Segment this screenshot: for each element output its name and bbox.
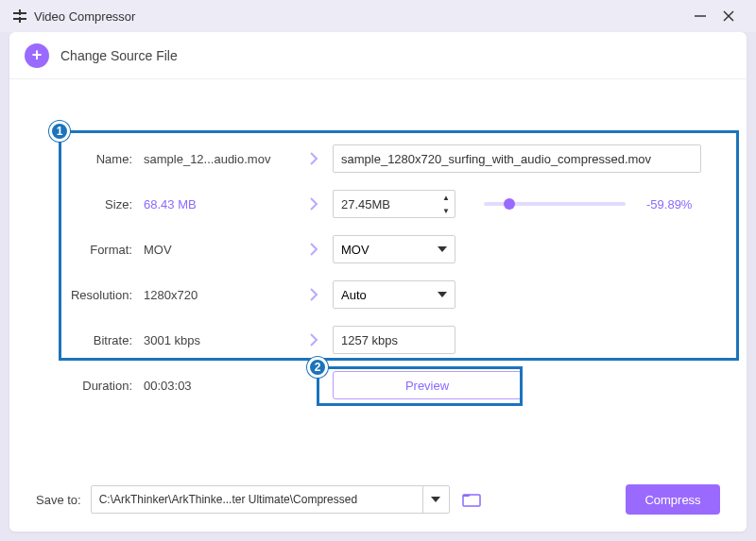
svg-rect-3	[19, 17, 21, 23]
app-icon	[13, 9, 26, 23]
save-path-select[interactable]: C:\ArkThinker\ArkThinke...ter Ultimate\C…	[91, 485, 450, 514]
footer: Save to: C:\ArkThinker\ArkThinke...ter U…	[36, 484, 720, 515]
card-header: + Change Source File	[9, 32, 747, 79]
size-increase-button[interactable]: ▲	[438, 191, 455, 204]
svg-marker-9	[431, 497, 440, 502]
source-duration: 00:03:03	[144, 379, 295, 393]
svg-marker-8	[438, 292, 447, 297]
svg-rect-2	[19, 9, 21, 15]
main-card: + Change Source File 1 2 Name: sample_12…	[9, 32, 747, 532]
open-folder-button[interactable]	[459, 487, 484, 512]
compress-button[interactable]: Compress	[626, 484, 720, 515]
change-source-button[interactable]: Change Source File	[60, 48, 178, 63]
resolution-select[interactable]: Auto	[333, 280, 455, 309]
save-path-text: C:\ArkThinker\ArkThinke...ter Ultimate\C…	[92, 493, 422, 506]
chevron-down-icon	[438, 292, 447, 297]
format-select[interactable]: MOV	[333, 235, 455, 263]
close-button[interactable]	[714, 2, 743, 30]
label-duration: Duration:	[21, 379, 144, 393]
chevron-down-icon[interactable]	[422, 486, 449, 513]
save-to-label: Save to:	[36, 493, 81, 507]
add-icon[interactable]: +	[25, 43, 49, 68]
size-slider-thumb[interactable]	[504, 198, 515, 210]
callout-1: 1	[49, 121, 70, 142]
callout-2: 2	[307, 357, 328, 378]
chevron-down-icon	[438, 246, 447, 252]
highlight-box-2	[317, 366, 523, 406]
window-title: Video Compressor	[34, 9, 135, 24]
minimize-button[interactable]	[686, 2, 714, 30]
svg-marker-7	[438, 246, 447, 252]
settings-area: 1 2 Name: sample_12...audio.mov Size: 68…	[9, 79, 747, 417]
resolution-select-value: Auto	[341, 288, 367, 302]
size-slider[interactable]	[484, 202, 626, 206]
title-bar: Video Compressor	[0, 0, 756, 32]
size-decrease-button[interactable]: ▼	[438, 204, 455, 217]
format-select-value: MOV	[341, 243, 369, 257]
